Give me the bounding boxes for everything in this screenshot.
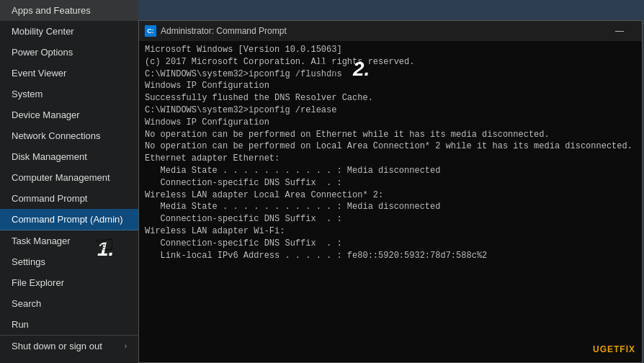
cmd-line: Windows IP Configuration: [145, 117, 636, 129]
menu-item-settings[interactable]: Settings: [0, 251, 138, 272]
menu-item-label: Command Prompt: [12, 193, 87, 204]
menu-item-label: System: [12, 89, 43, 99]
menu-item-power-options[interactable]: Power Options: [0, 42, 138, 63]
cmd-line: (c) 2017 Microsoft Corporation. All righ…: [145, 56, 636, 68]
cmd-content: Microsoft Windows [Version 10.0.15063](c…: [139, 41, 642, 362]
cmd-line: Wireless LAN adapter Local Area Connecti…: [145, 189, 636, 202]
menu-item-network-connections[interactable]: Network Connections: [0, 125, 138, 146]
menu-item-desktop[interactable]: Desktop: [0, 357, 138, 363]
menu-item-label: Task Manager: [12, 236, 71, 246]
cmd-line: C:\WINDOWS\system32>ipconfig /flushdns: [145, 68, 636, 81]
cmd-line: Link-local IPv6 Address . . . . . : fe80…: [145, 250, 636, 262]
menu-item-label: File Explorer: [12, 277, 64, 288]
menu-item-shut-down[interactable]: Shut down or sign out›: [0, 336, 138, 357]
menu-item-label: Event Viewer: [12, 68, 66, 79]
cmd-line: Connection-specific DNS Suffix . :: [145, 238, 636, 250]
menu-item-label: Apps and Features: [12, 5, 91, 16]
cmd-window: C: Administrator: Command Prompt — Micro…: [138, 20, 643, 363]
menu-item-device-manager[interactable]: Device Manager: [0, 104, 138, 125]
cmd-line: Media State . . . . . . . . . . . : Medi…: [145, 201, 636, 213]
menu-item-label: Shut down or sign out: [12, 341, 102, 351]
menu-item-command-prompt[interactable]: Command Prompt: [0, 188, 138, 209]
cmd-line: Media State . . . . . . . . . . . : Medi…: [145, 165, 636, 177]
menu-item-search[interactable]: Search: [0, 293, 138, 314]
menu-item-file-explorer[interactable]: File Explorer: [0, 272, 138, 293]
menu-item-label: Mobility Center: [12, 26, 74, 37]
menu-item-label: Settings: [12, 256, 45, 267]
menu-item-command-prompt-admin[interactable]: Command Prompt (Admin): [0, 209, 138, 230]
menu-item-task-manager[interactable]: Task Manager: [0, 230, 138, 251]
minimize-button[interactable]: —: [603, 21, 636, 41]
menu-item-event-viewer[interactable]: Event Viewer: [0, 63, 138, 84]
cmd-line: Windows IP Configuration: [145, 80, 636, 92]
menu-item-disk-management[interactable]: Disk Management: [0, 146, 138, 167]
cmd-line: Connection-specific DNS Suffix . :: [145, 213, 636, 225]
menu-item-apps-features[interactable]: Apps and Features: [0, 0, 138, 21]
cmd-title: Administrator: Command Prompt: [161, 26, 603, 36]
watermark: UGETFIX: [593, 344, 635, 354]
submenu-arrow-icon: ›: [125, 342, 127, 350]
menu-item-label: Command Prompt (Admin): [12, 214, 123, 225]
cmd-controls: —: [603, 21, 636, 41]
menu-item-label: Computer Management: [12, 172, 110, 183]
menu-item-label: Run: [12, 319, 29, 330]
menu-item-label: Disk Management: [12, 151, 87, 162]
context-menu: Apps and FeaturesMobility CenterPower Op…: [0, 0, 138, 363]
menu-item-run[interactable]: Run: [0, 314, 138, 336]
cmd-line: Microsoft Windows [Version 10.0.15063]: [145, 44, 636, 56]
menu-item-label: Device Manager: [12, 109, 80, 120]
menu-item-computer-management[interactable]: Computer Management: [0, 167, 138, 188]
cmd-line: Connection-specific DNS Suffix . :: [145, 177, 636, 189]
cmd-icon: C:: [145, 25, 156, 37]
menu-item-system[interactable]: System: [0, 84, 138, 104]
cmd-titlebar: C: Administrator: Command Prompt —: [139, 21, 642, 41]
cmd-line: Successfully flushed the DNS Resolver Ca…: [145, 92, 636, 104]
menu-item-label: Search: [12, 298, 41, 309]
cmd-line: No operation can be performed on Etherne…: [145, 129, 636, 141]
menu-item-mobility-center[interactable]: Mobility Center: [0, 21, 138, 42]
menu-item-label: Power Options: [12, 47, 73, 58]
cmd-line: Wireless LAN adapter Wi-Fi:: [145, 225, 636, 238]
cmd-line: No operation can be performed on Local A…: [145, 140, 636, 153]
menu-item-label: Network Connections: [12, 130, 101, 141]
cmd-line: Ethernet adapter Ethernet:: [145, 153, 636, 165]
cmd-line: C:\WINDOWS\system32>ipconfig /release: [145, 104, 636, 117]
